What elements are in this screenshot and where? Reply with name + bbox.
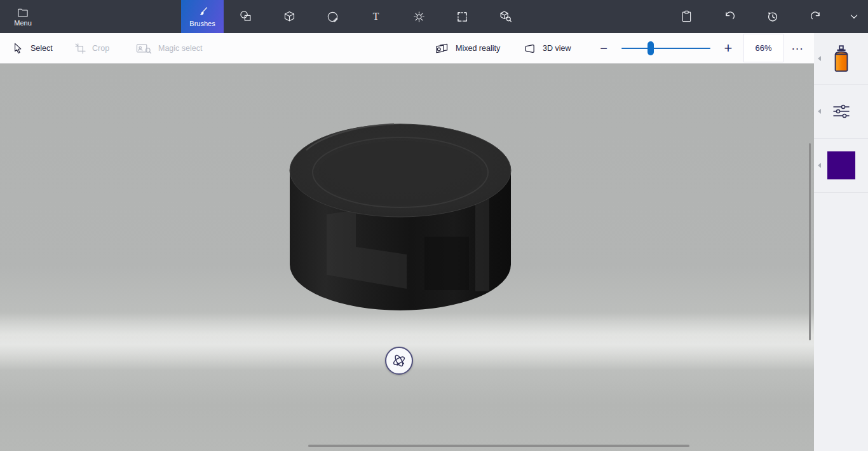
crop-label: Crop [92, 44, 109, 53]
text-icon: T [369, 10, 383, 24]
redo-arrow-icon [809, 10, 823, 24]
mixed-reality-label: Mixed reality [456, 44, 500, 53]
expand-panel-chevron-left-icon[interactable] [818, 56, 821, 61]
zoom-slider-thumb[interactable] [648, 41, 654, 55]
rotate-3d-control[interactable] [385, 347, 413, 375]
crop-icon [75, 43, 86, 54]
magic-select-button[interactable]: Magic select [136, 33, 202, 64]
2d-shapes-icon [239, 10, 253, 24]
more-options-button[interactable]: ··· [787, 33, 810, 64]
mixed-reality-button[interactable]: Mixed reality [435, 33, 500, 64]
canvas-frame-icon [456, 10, 469, 24]
top-app-bar: Menu Brushes [0, 0, 868, 33]
magic-select-label: Magic select [158, 44, 202, 53]
select-button[interactable]: Select [13, 33, 53, 64]
menu-label: Menu [14, 19, 32, 27]
history-button[interactable] [757, 0, 788, 33]
sticker-icon [326, 10, 339, 24]
spray-can-panel [814, 33, 868, 85]
horizontal-scrollbar[interactable] [308, 445, 689, 447]
zoom-out-button[interactable]: − [595, 33, 613, 64]
zoom-level-indicator[interactable]: 66% [743, 34, 783, 62]
select-label: Select [31, 44, 53, 53]
tab-text[interactable]: T [360, 0, 391, 33]
current-color-swatch[interactable] [827, 151, 855, 179]
mixed-reality-icon [435, 43, 449, 55]
sliders-icon [832, 104, 850, 119]
expand-panel-chevron-left-icon[interactable] [818, 109, 821, 114]
zoom-slider[interactable] [621, 48, 710, 49]
undo-arrow-icon [722, 10, 736, 24]
tab-brushes[interactable]: Brushes [181, 0, 224, 33]
context-toolbar: Select Crop Magic select M [0, 33, 814, 64]
black-cylinder-model[interactable] [287, 122, 513, 313]
3d-library-icon [498, 10, 512, 24]
spray-can-tool-button[interactable] [831, 44, 851, 73]
tab-stickers[interactable] [317, 0, 348, 33]
undo-button[interactable] [714, 0, 745, 33]
3d-cube-icon [283, 10, 296, 24]
3d-view-button[interactable]: 3D view [524, 33, 571, 64]
paste-button[interactable] [671, 0, 702, 33]
clipboard-icon [680, 10, 693, 24]
adjustments-button[interactable] [832, 104, 850, 119]
3d-view-label: 3D view [543, 44, 571, 53]
tab-canvas[interactable] [447, 0, 477, 33]
magic-select-icon [136, 43, 152, 54]
adjustments-panel [814, 85, 868, 139]
tab-3d-library[interactable] [490, 0, 520, 33]
expand-panel-chevron-left-icon[interactable] [818, 163, 821, 168]
paint3d-window: Menu Brushes [0, 0, 868, 451]
menu-button[interactable]: Menu [0, 0, 46, 33]
brush-icon [196, 6, 208, 18]
folder-icon [17, 6, 29, 18]
rotate-3d-icon [391, 352, 407, 369]
3d-canvas-viewport[interactable] [0, 64, 814, 451]
tab-3d-shapes[interactable] [274, 0, 304, 33]
3d-view-icon [524, 43, 536, 54]
chevron-down-icon [848, 10, 860, 23]
spray-can-icon [831, 44, 851, 73]
crop-button[interactable]: Crop [75, 33, 109, 64]
color-panel [814, 139, 868, 193]
zoom-in-button[interactable]: + [718, 33, 738, 64]
vertical-scrollbar[interactable] [809, 143, 811, 340]
svg-text:T: T [372, 11, 379, 22]
sun-icon [412, 10, 426, 24]
tool-options-sidebar [814, 33, 868, 451]
redo-button[interactable] [801, 0, 831, 33]
select-cursor-icon [13, 42, 24, 55]
brushes-label: Brushes [189, 20, 215, 27]
collapse-ribbon-button[interactable] [843, 0, 865, 33]
history-clock-icon [766, 10, 780, 24]
tab-2d-shapes[interactable] [231, 0, 261, 33]
tab-effects[interactable] [403, 0, 434, 33]
